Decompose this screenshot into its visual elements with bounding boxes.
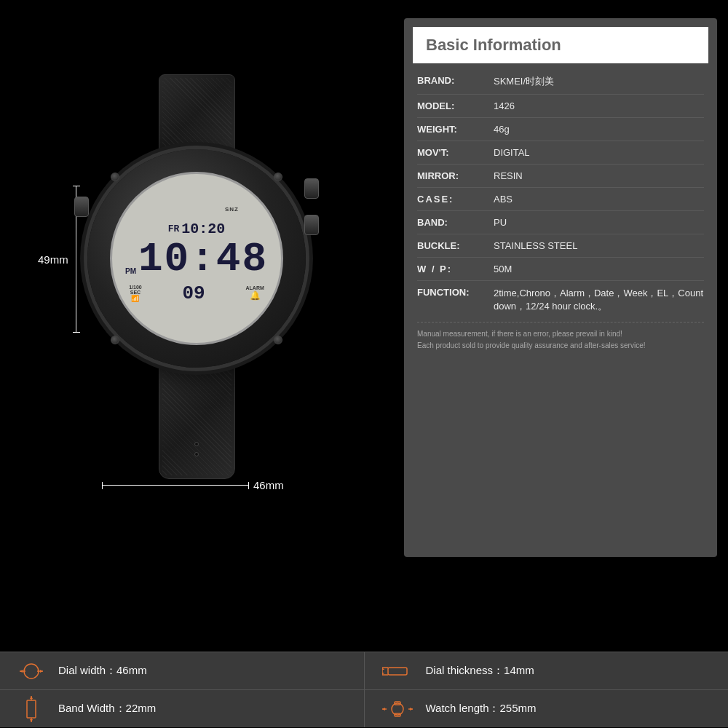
label-wp: W / P:	[417, 264, 494, 274]
svg-marker-14	[30, 696, 33, 699]
wifi-signal-icon: 📶	[131, 295, 139, 302]
dimension-46mm: 46mm	[102, 479, 284, 491]
info-row-wp: W / P: 50M	[417, 258, 704, 281]
sec-section: 1/100 SEC 📶	[129, 285, 142, 302]
spec-cell-dial-thickness: Dial thickness：14mm	[365, 652, 729, 689]
value-brand: SKMEI/时刻美	[494, 75, 554, 88]
label-mirror: MIRROR:	[417, 170, 494, 181]
label-buckle: BUCKLE:	[417, 240, 494, 251]
top-time-display: 10:20	[181, 221, 225, 237]
screw-tr	[274, 173, 282, 181]
main-area: 49mm	[0, 0, 728, 575]
value-mirror: RESIN	[494, 170, 523, 181]
day-display: FR	[168, 223, 180, 234]
watch-length-text: Watch length：255mm	[426, 702, 537, 716]
dim-49-label: 49mm	[38, 253, 68, 266]
info-row-function: FUNCTION: 2time,Chrono，Alarm，Date，Week，E…	[417, 281, 704, 319]
svg-marker-20	[382, 708, 385, 711]
screw-tl	[111, 173, 119, 181]
info-row-brand: BRAND: SKMEI/时刻美	[417, 69, 704, 95]
watch-face: SNZ FR 10:20 PM 10:48	[110, 172, 283, 345]
spec-cell-watch-length: Watch length：255mm	[365, 690, 729, 727]
svg-point-0	[24, 664, 39, 678]
value-model: 1426	[494, 100, 515, 111]
svg-rect-5	[388, 668, 407, 675]
snz-label: SNZ	[225, 206, 239, 213]
top-time-row: FR 10:20	[168, 221, 226, 237]
dial-thickness-text: Dial thickness：14mm	[426, 664, 534, 678]
info-title: Basic Information	[426, 36, 561, 54]
dial-width-text: Dial width：46mm	[58, 664, 147, 678]
info-row-buckle: BUCKLE: STAINLESS STEEL	[417, 234, 704, 258]
band-width-text: Band Width：22mm	[58, 702, 156, 716]
value-case: ABS	[494, 194, 513, 205]
label-movt: MOV'T:	[417, 147, 494, 158]
info-row-case: CASE: ABS	[417, 188, 704, 211]
label-case: CASE:	[417, 194, 494, 205]
screw-bl	[111, 336, 119, 344]
svg-marker-4	[40, 670, 43, 673]
label-function: FUNCTION:	[417, 287, 494, 313]
label-weight: WEIGHT:	[417, 124, 494, 135]
sec-label: 1/100 SEC	[129, 285, 142, 295]
watch-length-icon	[382, 699, 413, 719]
info-body: BRAND: SKMEI/时刻美 MODEL: 1426 WEIGHT: 46g…	[404, 63, 717, 359]
alarm-bell-icon: 🔔	[250, 290, 261, 301]
dim-46-line	[102, 482, 249, 489]
label-model: MODEL:	[417, 100, 494, 111]
crown-left	[74, 197, 89, 217]
info-note: Manual measurement, if there is an error…	[417, 322, 704, 359]
crown-mid-right	[304, 215, 319, 235]
svg-marker-15	[30, 719, 33, 722]
alarm-label: ALARM	[246, 285, 264, 290]
label-band: BAND:	[417, 217, 494, 228]
bottom-row: 1/100 SEC 📶 09 ALARM 🔔	[129, 282, 264, 304]
value-band: PU	[494, 217, 507, 228]
dim-46-label: 46mm	[253, 479, 284, 491]
specs-bar: Dial width：46mm Dial thickness：14mm	[0, 652, 728, 728]
dial-thickness-icon	[382, 663, 413, 679]
specs-row-1: Dial width：46mm Dial thickness：14mm	[0, 652, 728, 689]
screw-br	[274, 336, 282, 344]
info-row-model: MODEL: 1426	[417, 95, 704, 118]
value-wp: 50M	[494, 264, 512, 274]
value-buckle: STAINLESS STEEL	[494, 240, 577, 251]
info-row-weight: WEIGHT: 46g	[417, 118, 704, 141]
pm-label: PM	[125, 267, 136, 275]
crown-top-right	[304, 178, 319, 199]
info-row-movt: MOV'T: DIGITAL	[417, 141, 704, 165]
info-row-mirror: MIRROR: RESIN	[417, 165, 704, 188]
main-time-row: PM 10:48	[125, 239, 268, 280]
band-bottom	[159, 366, 235, 479]
band-top	[159, 74, 235, 151]
band-width-icon	[17, 696, 45, 722]
label-brand: BRAND:	[417, 75, 494, 88]
spec-cell-dial-width: Dial width：46mm	[0, 652, 365, 689]
watch-section: 49mm	[0, 0, 393, 575]
watch-case: SNZ FR 10:20 PM 10:48	[87, 149, 306, 368]
svg-marker-22	[410, 708, 413, 711]
spec-cell-band-width: Band Width：22mm	[0, 690, 365, 727]
band-holes	[194, 442, 199, 456]
watch-wrapper: SNZ FR 10:20 PM 10:48	[87, 74, 306, 479]
value-movt: DIGITAL	[494, 147, 530, 158]
info-header: Basic Information	[413, 27, 708, 63]
svg-rect-11	[27, 700, 36, 718]
value-weight: 46g	[494, 124, 510, 135]
main-time-display: 10:48	[138, 239, 268, 280]
value-function: 2time,Chrono，Alarm，Date，Week，EL，Count do…	[494, 287, 704, 313]
sub-time-display: 09	[183, 282, 205, 304]
dial-width-icon	[17, 661, 45, 681]
specs-row-2: Band Width：22mm Watch length：	[0, 689, 728, 727]
svg-marker-2	[20, 670, 23, 673]
info-row-band: BAND: PU	[417, 211, 704, 234]
info-panel: Basic Information BRAND: SKMEI/时刻美 MODEL…	[404, 18, 717, 557]
alarm-section: ALARM 🔔	[246, 285, 264, 301]
